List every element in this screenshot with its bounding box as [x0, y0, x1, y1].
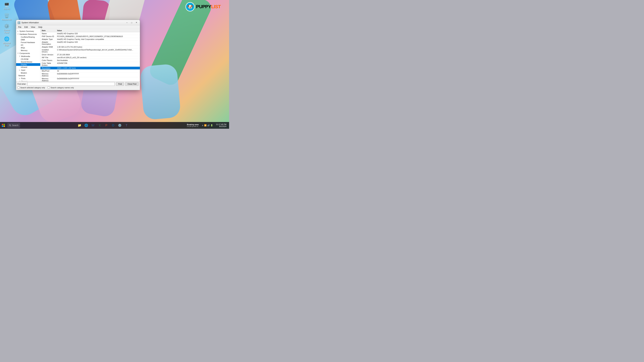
- table-row[interactable]: Memory Address0xE0000000-0xE0FFFFFF: [40, 72, 140, 77]
- tree-components[interactable]: ▽ Components: [16, 52, 40, 55]
- desktop-icon-control-panel[interactable]: ⚙️ Control Panel: [1, 23, 12, 34]
- taskbar-clock[interactable]: 11:17:48 PM 8/2/2024: [215, 123, 228, 127]
- taskbar-excel[interactable]: X: [96, 122, 103, 128]
- table-row[interactable]: Color Table Entries4294967296: [40, 62, 140, 67]
- taskbar-powerpoint[interactable]: P: [103, 122, 109, 128]
- search-category-names-input[interactable]: [48, 86, 50, 89]
- table-row[interactable]: Driver Version27.20.100.9664: [40, 53, 140, 56]
- table-row[interactable]: Adapter RAM1.00 GB (1,073,741,824 bytes): [40, 45, 140, 48]
- table-row[interactable]: Color PlanesNot Available: [40, 59, 140, 62]
- desktop-icon-this-pc[interactable]: 🖥️ This PC: [1, 2, 12, 11]
- start-button[interactable]: [0, 122, 7, 129]
- table-cell-item: Name: [40, 32, 56, 35]
- tree-io[interactable]: I/O: [16, 44, 40, 46]
- table-row[interactable]: Bits/Pixel32: [40, 69, 140, 72]
- search-category-names-checkbox[interactable]: Search category names only: [48, 86, 74, 89]
- table-row[interactable]: PNP Device IDPCI\VEN_8086&DEV_1916&SUBSY…: [40, 35, 140, 38]
- wifi-icon[interactable]: 📶: [204, 124, 206, 126]
- table-cell-item: PNP Device ID: [40, 35, 56, 38]
- menu-edit[interactable]: Edit: [23, 26, 29, 29]
- taskbar-outlook[interactable]: O: [110, 122, 116, 128]
- volume-icon[interactable]: 🔊: [207, 124, 210, 126]
- svg-rect-1: [4, 124, 5, 125]
- table-row[interactable]: Installed DriversC:\Windows\System32\Dri…: [40, 48, 140, 53]
- this-pc-icon: 🖥️: [4, 2, 10, 8]
- table-cell-value: 2560 x 1440 x 60 hertz: [56, 67, 140, 69]
- close-find-button[interactable]: Close Find: [125, 82, 138, 86]
- tree-multimedia[interactable]: ▽ Multimedia: [16, 55, 40, 58]
- tree-display[interactable]: Display: [16, 63, 40, 66]
- find-input[interactable]: [27, 82, 115, 86]
- taskbar-file-explorer[interactable]: 📁: [76, 122, 82, 128]
- tree-network[interactable]: Network: [16, 74, 40, 77]
- table-row[interactable]: NameIntel(R) HD Graphics 520: [40, 32, 140, 35]
- table-cell-value: C:\Windows\System32\DriverStore\FileRepo…: [56, 48, 140, 53]
- taskbar-settings[interactable]: ⚙️: [117, 122, 123, 128]
- logo-icon: 🐶: [186, 2, 195, 11]
- menu-bar: File Edit View Help: [16, 25, 140, 29]
- main-content: ▷ System Summary ▽ Hardware Resources Co…: [16, 29, 140, 81]
- tree-infrared[interactable]: Infrared: [16, 66, 40, 68]
- taskbar-notification[interactable]: Breaking news US job growth sl...: [186, 123, 200, 128]
- table-cell-value: 32: [56, 69, 140, 72]
- tree-cd-rom[interactable]: CD-ROM: [16, 58, 40, 60]
- table-row[interactable]: Adapter DescriptionIntel(R) HD Graphics …: [40, 41, 140, 45]
- table-cell-item: Bits/Pixel: [40, 69, 56, 72]
- tree-modem[interactable]: Modem: [16, 71, 40, 74]
- expand-icon-summary: ▷: [17, 30, 19, 32]
- taskbar-search[interactable]: Search: [8, 123, 20, 128]
- search-selected-category-input[interactable]: [18, 86, 20, 89]
- taskbar: Search 📁 🌐 W X P O ⚙️ T Breaking news US…: [0, 122, 229, 129]
- find-checkboxes: Search selected category only Search cat…: [18, 86, 138, 89]
- minimize-button[interactable]: ─: [125, 21, 129, 24]
- table-cell-item: Adapter RAM: [40, 45, 56, 48]
- window-title: System Information: [22, 21, 124, 24]
- table-cell-item: Memory Address: [40, 72, 56, 77]
- find-bar: Find what: Find Close Find Search select…: [16, 81, 140, 90]
- taskbar-edge[interactable]: 🌐: [83, 122, 89, 128]
- menu-file[interactable]: File: [17, 26, 23, 29]
- tree-system-summary[interactable]: ▷ System Summary: [16, 30, 40, 33]
- taskbar-word[interactable]: W: [90, 122, 96, 128]
- puppylist-logo: 🐶 PUPPYLIST: [186, 2, 228, 12]
- edge-label: Microsoft Edge: [2, 42, 12, 46]
- table-row[interactable]: Adapter TypeIntel(R) HD Graphics Family,…: [40, 38, 140, 41]
- search-selected-category-checkbox[interactable]: Search selected category only: [18, 86, 45, 89]
- close-button[interactable]: ✕: [134, 21, 138, 24]
- tree-sound-device[interactable]: Sound Device: [16, 60, 40, 63]
- tree-conflicts-sharing[interactable]: Conflicts/Sharing: [16, 36, 40, 38]
- find-row: Find what: Find Close Find: [18, 82, 138, 86]
- taskbar-right: Breaking news US job growth sl... ∧ 📶 🔊 …: [186, 123, 229, 128]
- table-cell-value: 4294967296: [56, 62, 140, 67]
- table-cell-value: oem39.inf (iSKLD_w10_DS section): [56, 56, 140, 59]
- desktop-icon-recycle-bin[interactable]: 🗑️ Recycle Bin: [1, 12, 12, 21]
- tree-input[interactable]: ▷ Input: [16, 68, 40, 71]
- maximize-button[interactable]: □: [130, 21, 134, 24]
- tree-storage[interactable]: ▽ Storage: [16, 80, 40, 81]
- clock-time: 11:17:48 PM: [216, 123, 226, 125]
- menu-view[interactable]: View: [30, 26, 36, 29]
- table-row[interactable]: INF Fileoem39.inf (iSKLD_w10_DS section): [40, 56, 140, 59]
- data-panel: Item Value NameIntel(R) HD Graphics 520P…: [40, 29, 140, 81]
- table-row[interactable]: Resolution2560 x 1440 x 60 hertz: [40, 67, 140, 69]
- tree-memory[interactable]: Memory: [16, 49, 40, 52]
- table-cell-value: PCI\VEN_8086&DEV_1916&SUBSYS_06DC1028&RE…: [56, 35, 140, 38]
- menu-help[interactable]: Help: [37, 26, 44, 29]
- tree-dma[interactable]: DMA: [16, 38, 40, 41]
- chevron-up-icon[interactable]: ∧: [202, 124, 204, 126]
- svg-line-5: [10, 126, 11, 126]
- find-button[interactable]: Find: [116, 82, 124, 86]
- tree-forced-hardware[interactable]: Forced Hardware: [16, 41, 40, 44]
- table-cell-value: Intel(R) HD Graphics 520: [56, 41, 140, 45]
- svg-point-4: [9, 124, 10, 126]
- tree-hardware-resources[interactable]: ▽ Hardware Resources: [16, 33, 40, 36]
- tree-ports[interactable]: ▷ Ports: [16, 77, 40, 80]
- tree-irqs[interactable]: IRQs: [16, 46, 40, 49]
- desktop-icon-edge[interactable]: 🌐 Microsoft Edge: [1, 36, 12, 47]
- expand-icon-components: ▽: [17, 52, 19, 54]
- table-row[interactable]: Memory Address0xD0000000-0xDFFFFFFF: [40, 77, 140, 81]
- taskbar-teams[interactable]: T: [124, 122, 130, 128]
- battery-icon[interactable]: 🔋: [210, 124, 213, 126]
- svg-rect-0: [2, 124, 3, 125]
- table-cell-value: Intel(R) HD Graphics Family, Intel Corpo…: [56, 38, 140, 41]
